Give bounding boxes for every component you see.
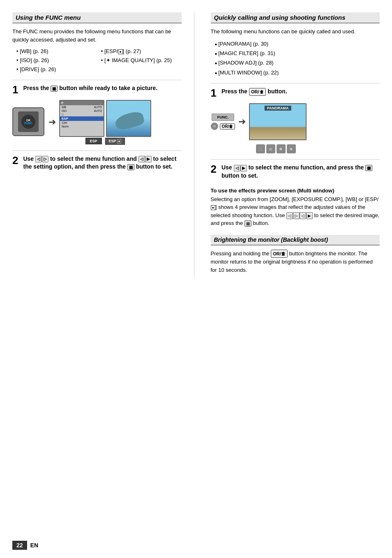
func-label: FUNC. [212, 113, 234, 121]
right-step1-title: Press the OR/🗑 button. [221, 88, 287, 96]
page-number: 22 [12, 541, 27, 550]
nav-l2: ◁ [286, 212, 293, 219]
nav-r2: ▷ [293, 212, 300, 219]
brightness-section-title: Brightening the monitor (Backlight boost… [211, 235, 380, 245]
features-list: [PANORAMA] (p. 30) [MAGIC FILTER] (p. 31… [215, 39, 380, 78]
nav-left-icon: ◁ [35, 156, 42, 162]
step2-block: 2 Use ◁▷ to select the menu function and… [12, 150, 182, 174]
feature-magic-filter: [MAGIC FILTER] (p. 31) [215, 49, 380, 58]
or-trash-small: OR/🗑 [220, 123, 235, 130]
page: Using the FUNC menu The FUNC menu provid… [0, 0, 392, 558]
camera-lcd-diagram: OK FUNC [12, 107, 45, 137]
menu-row-drv: □ [60, 113, 104, 116]
nav-next-icon: ▶ [145, 156, 152, 162]
bullet-drive: [DRIVE] (p. 26) [16, 65, 97, 74]
dolphin-image [106, 100, 151, 137]
right-section-title: Quickly calling and using shooting funct… [211, 12, 380, 23]
right-intro-text: The following menu functions can be quic… [211, 28, 380, 36]
nav-n2: ▶ [306, 212, 313, 219]
bullet-iso: [ISO] (p. 26) [16, 56, 97, 65]
feature-multi-window: [MULTI WINDOW] (p. 22) [215, 68, 380, 77]
face-icon: ◎ [266, 144, 275, 153]
menu-row-12m: 12m [60, 121, 104, 125]
left-section-title: Using the FUNC menu [12, 12, 182, 23]
zoom-icon: ⬚ [256, 144, 265, 153]
menu-panel-display: P WBAUTO ISOAUTO □ ESP 12m Norm [59, 100, 104, 137]
effects-preview-title: To use the effects preview screen (Multi… [211, 188, 380, 194]
step1-diagram: OK FUNC ➔ P WBAUTO [12, 100, 182, 145]
func-panel-area: FUNC. ◎ OR/🗑 [211, 113, 235, 130]
page-number-bar: 22 EN [12, 541, 38, 550]
arrow-icon: ➔ [48, 117, 56, 127]
right-step1-diagram: FUNC. ◎ OR/🗑 ➔ PANORAMA [211, 103, 380, 140]
step2-title: Use ◁▷ to select the menu function and ◁… [23, 155, 181, 171]
right-step2-block: 2 Use ◁▶ to select the menu function, an… [211, 159, 380, 227]
right-arrow-icon: ➔ [238, 116, 246, 127]
right-step2-title: Use ◁▶ to select the menu function, and … [221, 164, 380, 180]
left-column: Using the FUNC menu The FUNC menu provid… [12, 12, 194, 277]
menu-row-esp: ESP [60, 116, 104, 121]
bullet-wb: [WB] (p. 26) [16, 47, 97, 56]
feature-shadow-adj: [SHADOW ADJ] (p. 28) [215, 58, 380, 67]
bottom-icons-row: ⬚ ◎ ✿ ⊞ [256, 144, 380, 153]
step1-title: Press the ▦ button while ready to take a… [23, 84, 157, 93]
r-nav-prev: ◁ [234, 165, 240, 171]
step1-block: 1 Press the ▦ button while ready to take… [12, 80, 182, 145]
r-nav-next: ▶ [240, 165, 247, 171]
bullet-image-quality: [✦ IMAGE QUALITY] (p. 25) [101, 56, 182, 65]
nav-up-icon: ▷ [42, 156, 48, 162]
grid-icon: ⊞ [287, 144, 296, 153]
right-column: Quickly calling and using shooting funct… [207, 12, 380, 277]
brightness-text: Pressing and holding the OR/🗑 button bri… [211, 250, 380, 274]
step1-number: 1 [12, 84, 18, 95]
step2-number: 2 [12, 155, 18, 166]
nav-p2: ◁ [300, 212, 306, 219]
or-trash-button: OR/🗑 [249, 88, 266, 96]
right-step1-block: 1 Press the OR/🗑 button. FUNC. ◎ OR/🗑 [211, 83, 380, 153]
nav-prev-icon: ◁ [138, 156, 145, 162]
menu-row-norm: Norm [60, 125, 104, 128]
en-label: EN [30, 542, 38, 549]
feature-panorama: [PANORAMA] (p. 30) [215, 39, 380, 49]
left-intro-text: The FUNC menu provides the following men… [12, 28, 182, 44]
right-step2-number: 2 [211, 164, 217, 174]
bullet-esp: [ESP/●] (p. 27) [101, 47, 182, 56]
flower-icon: ✿ [277, 144, 286, 153]
panorama-image: PANORAMA [249, 103, 307, 140]
camera-circle-icon: ◎ [211, 123, 218, 130]
menu-display-area: P WBAUTO ISOAUTO □ ESP 12m Norm ES [59, 100, 151, 145]
panorama-label-text: PANORAMA [265, 106, 291, 111]
menu-row-iso: ISOAUTO [60, 109, 104, 113]
effects-preview-text: Selecting an option from [ZOOM], [EXPOSU… [211, 195, 380, 227]
menu-row-wb: WBAUTO [60, 105, 104, 109]
right-step1-number: 1 [211, 88, 217, 98]
or-trash-inline: OR/🗑 [271, 250, 288, 258]
func-menu-bullets: [WB] (p. 26) [ESP/●] (p. 27) [ISO] (p. 2… [16, 47, 182, 74]
